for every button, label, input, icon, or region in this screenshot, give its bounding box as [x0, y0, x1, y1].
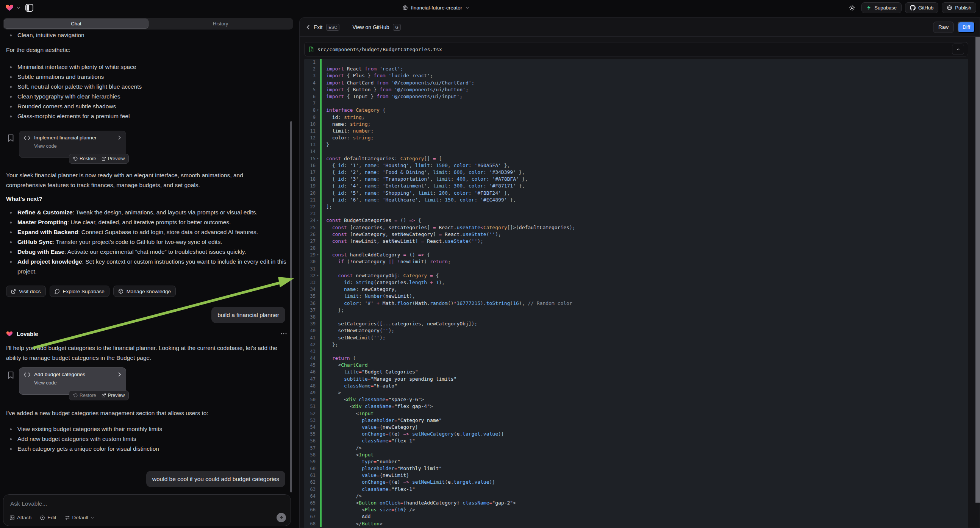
view-on-github-link[interactable]: View on GitHub — [352, 24, 389, 30]
code-line: 31 — [304, 266, 968, 272]
list-item: Subtle animations and transitions — [6, 72, 287, 82]
code-editor[interactable]: 12import React from 'react';3import { Pl… — [304, 59, 968, 528]
fold-caret-icon[interactable]: ▾ — [315, 107, 320, 114]
user-message-bubble: would be cool if you could add budget ca… — [146, 471, 285, 487]
bullet-dot — [6, 424, 18, 434]
mode-selector[interactable]: Default — [65, 515, 95, 520]
view-code-link[interactable]: View code — [34, 380, 121, 386]
code-line: 38 — [304, 313, 968, 320]
preview-button[interactable]: Preview — [102, 393, 125, 398]
code-icon — [24, 135, 30, 140]
diff-toggle-button[interactable]: Diff — [958, 22, 975, 33]
line-number: 1 — [304, 59, 315, 65]
project-title: financial-future-creator — [411, 5, 462, 11]
fold-gutter — [315, 72, 320, 79]
line-number: 25 — [304, 224, 315, 231]
code-line: 55 onChange={(e) => setNewCategory(e.tar… — [304, 431, 968, 437]
line-number: 42 — [304, 341, 315, 348]
lovable-avatar-icon — [6, 330, 13, 337]
fold-gutter — [315, 134, 320, 141]
fold-caret-icon[interactable]: ▾ — [315, 155, 320, 162]
bookmark-icon[interactable] — [8, 134, 14, 142]
line-number: 9 — [304, 114, 315, 121]
fold-gutter — [315, 258, 320, 265]
fold-gutter — [315, 307, 320, 313]
code-line: 53 placeholder="Category name" — [304, 417, 968, 424]
code-line: 14 — [304, 148, 968, 155]
explore-supabase-button[interactable]: Explore Supabase — [49, 286, 110, 297]
code-line: 66 <Plus size={16} /> — [304, 506, 968, 513]
line-number: 67 — [304, 513, 315, 520]
list-item: Master Prompting: Use clear, detailed, a… — [6, 218, 287, 227]
exit-button[interactable]: Exit — [313, 24, 322, 30]
line-number: 40 — [304, 327, 315, 334]
bookmark-icon[interactable] — [8, 371, 14, 379]
code-line: 54 value={newCategory} — [304, 424, 968, 431]
version-actions: Restore Preview — [69, 154, 129, 164]
g-shortcut-badge: G — [393, 24, 401, 31]
fold-gutter — [315, 396, 320, 403]
raw-toggle-button[interactable]: Raw — [933, 22, 954, 33]
more-options-icon[interactable] — [280, 332, 287, 335]
file-path-bar[interactable]: src/components/budget/BudgetCategories.t… — [304, 42, 968, 56]
tab-history[interactable]: History — [148, 19, 293, 29]
code-line: 7 — [304, 100, 968, 107]
fold-gutter — [315, 80, 320, 86]
code-line: 34 name: newCategory, — [304, 286, 968, 293]
code-line: 35 limit: Number(newLimit), — [304, 293, 968, 300]
line-number: 59 — [304, 458, 315, 465]
fold-gutter — [315, 499, 320, 506]
package-icon — [118, 289, 124, 294]
edit-button[interactable]: Edit — [40, 515, 56, 520]
code-icon — [24, 372, 30, 377]
fold-gutter — [315, 431, 320, 437]
supabase-button[interactable]: Supabase — [861, 2, 902, 13]
fold-gutter — [315, 520, 320, 527]
chat-input[interactable] — [10, 500, 238, 507]
line-number: 33 — [304, 279, 315, 286]
fold-caret-icon[interactable]: ▾ — [315, 217, 320, 224]
line-number: 18 — [304, 176, 315, 183]
code-viewer-header: Exit esc View on GitHub G Raw Diff — [300, 18, 980, 37]
tab-chat[interactable]: Chat — [4, 19, 148, 29]
restore-button[interactable]: Restore — [73, 156, 96, 161]
fold-gutter — [315, 424, 320, 431]
settings-button[interactable] — [846, 2, 858, 14]
publish-globe-icon — [947, 5, 952, 11]
publish-button[interactable]: Publish — [942, 2, 976, 13]
bullet-dot — [6, 82, 18, 92]
fold-gutter — [315, 121, 320, 128]
line-number: 24 — [304, 217, 315, 224]
list-item: GitHub Sync: Transfer your project's cod… — [6, 237, 287, 247]
fold-caret-icon[interactable]: ▾ — [315, 272, 320, 279]
window-scrollbar[interactable] — [975, 37, 980, 503]
fold-caret-icon[interactable]: ▾ — [315, 251, 320, 258]
fold-gutter — [315, 176, 320, 183]
code-line: 58 <Input — [304, 452, 968, 458]
line-number: 37 — [304, 307, 315, 313]
manage-knowledge-button[interactable]: Manage knowledge — [113, 286, 176, 297]
chat-scrollbar[interactable] — [290, 121, 292, 492]
chevron-left-icon[interactable] — [307, 25, 310, 30]
bullet-dot — [6, 257, 18, 277]
attach-button[interactable]: Attach — [10, 515, 32, 520]
github-button[interactable]: GitHub — [905, 2, 938, 13]
line-number: 14 — [304, 148, 315, 155]
sliders-icon — [65, 515, 70, 520]
code-line: 10 name: string; — [304, 121, 968, 128]
code-line: 16 { id: '1', name: 'Housing', limit: 15… — [304, 162, 968, 169]
collapse-file-button[interactable] — [952, 44, 964, 55]
code-line: 37 }; — [304, 307, 968, 313]
send-button[interactable] — [277, 513, 286, 522]
code-line: 43 — [304, 348, 968, 355]
suggestion-buttons: Visit docs Explore Supabase Manage knowl… — [6, 286, 176, 297]
code-line: 51 <div className="flex gap-4"> — [304, 403, 968, 410]
line-number: 57 — [304, 445, 315, 452]
line-number: 19 — [304, 183, 315, 189]
code-line: 13} — [304, 141, 968, 148]
visit-docs-button[interactable]: Visit docs — [6, 286, 46, 297]
restore-button[interactable]: Restore — [73, 393, 96, 398]
preview-button[interactable]: Preview — [102, 156, 125, 161]
project-switcher[interactable]: financial-future-creator — [402, 0, 469, 15]
view-code-link[interactable]: View code — [34, 143, 121, 149]
